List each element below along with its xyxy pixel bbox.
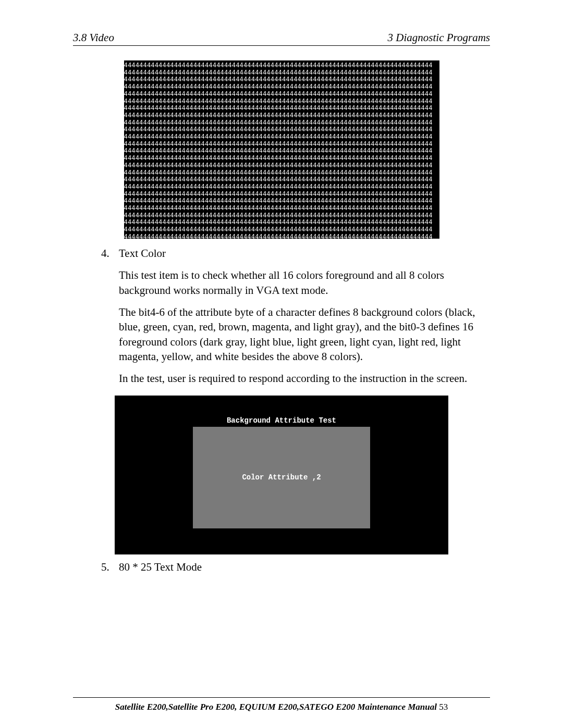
footer-rule	[73, 697, 490, 698]
list-number: 5.	[101, 560, 119, 574]
screenshot-box-label: Color Attribute ,2	[242, 473, 321, 482]
header-right: 3 Diagnostic Programs	[388, 31, 490, 44]
header-rule	[73, 45, 490, 46]
paragraph: In the test, user is required to respond…	[119, 371, 490, 386]
list-number: 4.	[101, 246, 119, 261]
list-item-5: 5. 80 * 25 Text Mode	[101, 560, 490, 574]
list-item-4: 4. Text Color	[101, 246, 490, 261]
screenshot-color-box: Color Attribute ,2	[193, 427, 370, 528]
paragraph: The bit4-6 of the attribute byte of a ch…	[119, 305, 490, 364]
header-left: 3.8 Video	[73, 31, 114, 44]
paragraph: This test item is to check whether all 1…	[119, 268, 490, 298]
list-title: 80 * 25 Text Mode	[119, 560, 490, 574]
screenshot-bg-attribute-test: Background Attribute Test Color Attribut…	[115, 396, 448, 554]
footer-page-number: 53	[437, 702, 448, 712]
screenshot-title: Background Attribute Test	[115, 416, 448, 425]
page-footer: Satellite E200,Satellite Pro E200, EQUIU…	[73, 702, 490, 712]
list-title: Text Color	[119, 246, 490, 261]
screenshot-text-fill: 4444444444444444444444444444444444444444…	[124, 60, 439, 239]
page-header: 3.8 Video 3 Diagnostic Programs	[73, 31, 490, 44]
footer-title: Satellite E200,Satellite Pro E200, EQUIU…	[115, 702, 437, 712]
